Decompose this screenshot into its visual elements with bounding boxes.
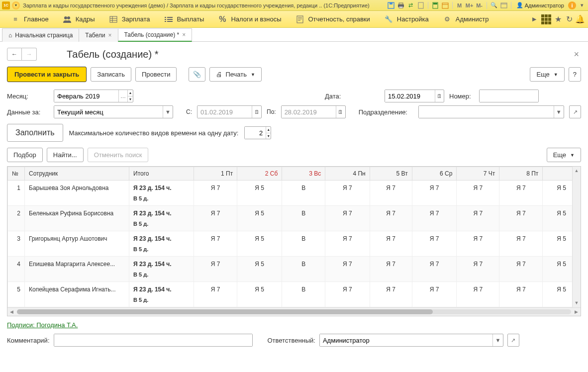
- bell-icon[interactable]: 🔔: [576, 15, 584, 23]
- dropdown-circle[interactable]: ▾: [12, 1, 20, 9]
- record-button[interactable]: Записать: [91, 67, 131, 82]
- table-more-button[interactable]: Еще ▼: [547, 148, 581, 162]
- cell-day[interactable]: Я 5: [237, 282, 282, 295]
- cell-day[interactable]: Я 7: [370, 181, 412, 194]
- menu-main[interactable]: ≡ Главное: [4, 11, 56, 27]
- m-plus-icon[interactable]: M+: [466, 1, 474, 9]
- window-icon[interactable]: [500, 1, 508, 9]
- cell-day[interactable]: Я 7: [412, 181, 457, 194]
- cell-day[interactable]: В: [282, 257, 325, 270]
- col-day-6[interactable]: 6 Ср: [412, 167, 457, 181]
- select-button[interactable]: Подбор: [7, 148, 43, 162]
- cell-day[interactable]: Я 7: [457, 257, 499, 270]
- cell-day[interactable]: Я 7: [325, 257, 370, 270]
- month-input[interactable]: [54, 90, 118, 102]
- col-day-8[interactable]: 8 Пт: [499, 167, 543, 181]
- col-day-2[interactable]: 2 Сб: [237, 167, 282, 181]
- cell-day[interactable]: Я 7: [370, 231, 412, 245]
- print-button[interactable]: 🖨 Печать ▼: [209, 67, 262, 82]
- help-button[interactable]: ?: [569, 67, 581, 82]
- cell-day[interactable]: Я 7: [194, 206, 237, 219]
- cell-day[interactable]: Я 7: [412, 206, 457, 219]
- more-button[interactable]: Еще ▼: [530, 67, 564, 82]
- save-close-button[interactable]: Провести и закрыть: [7, 67, 87, 82]
- apps-icon[interactable]: [541, 14, 551, 24]
- nav-forward-button[interactable]: →: [22, 48, 37, 61]
- compare-icon[interactable]: ⇄: [407, 1, 415, 9]
- cell-day[interactable]: Я 7: [457, 181, 499, 194]
- cell-day[interactable]: Я 7: [370, 282, 412, 295]
- fill-button[interactable]: Заполнить: [7, 124, 63, 142]
- max-kinds-input[interactable]: [245, 127, 266, 139]
- tab-home[interactable]: ⌂ Начальная страница: [2, 28, 79, 42]
- cell-day[interactable]: Я 7: [194, 257, 237, 270]
- number-input[interactable]: [480, 90, 538, 102]
- cell-day[interactable]: Я 7: [499, 257, 543, 270]
- vertical-scrollbar[interactable]: ▲▼: [572, 167, 581, 307]
- cell-day[interactable]: Я 7: [370, 206, 412, 219]
- cell-day[interactable]: Я 7: [194, 282, 237, 295]
- close-page-button[interactable]: ×: [572, 49, 581, 60]
- cell-day[interactable]: Я 7: [499, 282, 543, 295]
- table-row[interactable]: 3 Григорьянц Артур Ашотович Я 23 д. 154 …: [8, 231, 581, 245]
- cell-day[interactable]: Я 7: [325, 231, 370, 245]
- horizontal-scrollbar[interactable]: ◀ ▶: [7, 307, 581, 316]
- dept-open-button[interactable]: ↗: [569, 105, 581, 118]
- m-icon[interactable]: M: [456, 1, 464, 9]
- table-row[interactable]: 2 Беленькая Руфина Борисовна Я 23 д. 154…: [8, 206, 581, 219]
- col-day-4[interactable]: 4 Пн: [325, 167, 370, 181]
- find-button[interactable]: Найти...: [47, 148, 84, 162]
- cell-day[interactable]: В: [282, 282, 325, 295]
- cell-day[interactable]: В: [282, 206, 325, 219]
- dept-select[interactable]: ▼: [418, 105, 564, 118]
- cell-day[interactable]: Я 7: [325, 206, 370, 219]
- cell-day[interactable]: Я 7: [457, 231, 499, 245]
- cell-day[interactable]: Я 7: [194, 231, 237, 245]
- zoom-icon[interactable]: 🔍: [490, 1, 498, 9]
- comment-input[interactable]: [54, 334, 252, 346]
- data-for-input[interactable]: [54, 106, 163, 118]
- col-day-3[interactable]: 3 Вс: [282, 167, 325, 181]
- col-day-7[interactable]: 7 Чт: [457, 167, 499, 181]
- menu-nastroyka[interactable]: 🔧 Настройка: [377, 11, 436, 27]
- data-for-select[interactable]: ▼: [54, 105, 173, 118]
- calendar-icon[interactable]: [441, 1, 449, 9]
- cell-day[interactable]: Я 7: [370, 257, 412, 270]
- menu-nalogi[interactable]: % Налоги и взносы: [211, 11, 288, 27]
- tab-tabel-create[interactable]: Табель (создание) * ×: [118, 28, 193, 42]
- star-icon[interactable]: ★: [554, 15, 562, 23]
- m-minus-icon[interactable]: M-: [476, 1, 484, 9]
- calc-icon[interactable]: [431, 1, 439, 9]
- close-icon[interactable]: ×: [182, 31, 186, 38]
- menu-zarplata[interactable]: Зарплата: [102, 11, 157, 27]
- chevron-down-icon[interactable]: ▼: [554, 106, 564, 118]
- responsible-input[interactable]: [320, 334, 492, 346]
- col-total[interactable]: Итого: [129, 167, 194, 181]
- table-row[interactable]: 4 Епишева Маргарита Алексее... Я 23 д. 1…: [8, 257, 581, 270]
- cell-day[interactable]: Я 7: [412, 282, 457, 295]
- menu-kadry[interactable]: Кадры: [56, 11, 102, 27]
- dept-input[interactable]: [419, 106, 554, 118]
- col-day-5[interactable]: 5 Вт: [370, 167, 412, 181]
- date-input[interactable]: [385, 90, 435, 102]
- cell-day[interactable]: Я 7: [499, 206, 543, 219]
- max-kinds-spinner[interactable]: ▲▼: [266, 127, 271, 139]
- history-icon[interactable]: ↻: [565, 15, 573, 23]
- tab-tabeli[interactable]: Табели ×: [79, 28, 118, 42]
- save-disk-icon[interactable]: [387, 1, 395, 9]
- user-menu[interactable]: 👤 Администратор: [514, 2, 566, 8]
- cell-day[interactable]: Я 7: [325, 181, 370, 194]
- cell-day[interactable]: Я 5: [237, 206, 282, 219]
- responsible-open-button[interactable]: ↗: [507, 334, 519, 347]
- table-row[interactable]: 1 Барышева Зоя Арнольдовна Я 23 д. 154 ч…: [8, 181, 581, 194]
- cell-day[interactable]: Я 5: [237, 231, 282, 245]
- calendar-button[interactable]: 🗓: [435, 90, 444, 102]
- cell-day[interactable]: Я 7: [457, 282, 499, 295]
- col-num[interactable]: №: [8, 167, 25, 181]
- attach-button[interactable]: 📎: [189, 67, 205, 82]
- cell-day[interactable]: Я 7: [412, 257, 457, 270]
- cell-day[interactable]: Я 5: [237, 181, 282, 194]
- cell-day[interactable]: В: [282, 181, 325, 194]
- close-icon[interactable]: ×: [108, 32, 112, 39]
- cell-day[interactable]: Я 7: [499, 231, 543, 245]
